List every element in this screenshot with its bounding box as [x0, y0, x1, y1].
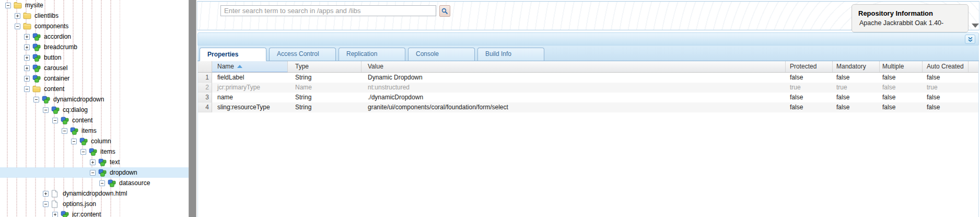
- expand-toggle-icon[interactable]: [15, 13, 20, 19]
- collapse-toggle-icon[interactable]: [15, 24, 20, 29]
- collapse-toggle-icon[interactable]: [62, 128, 67, 134]
- column-header-auto-created[interactable]: Auto Created: [923, 61, 969, 72]
- cell-type: String: [288, 93, 361, 102]
- collapse-toggle-icon[interactable]: [43, 201, 49, 207]
- tree-node-options-json[interactable]: options.json: [0, 199, 189, 209]
- tree-node-label: items: [100, 148, 115, 155]
- tab-access-control[interactable]: Access Control: [269, 48, 336, 61]
- tree-node-cq-dialog[interactable]: cq:dialog: [0, 105, 189, 115]
- tab-build-info[interactable]: Build Info: [477, 48, 544, 61]
- property-row-fieldlabel[interactable]: 1fieldLabelStringDynamic Dropdownfalsefa…: [198, 73, 978, 83]
- repository-information-panel: Repository Information Apache Jackrabbit…: [851, 4, 969, 32]
- collapse-toggle-icon[interactable]: [52, 118, 58, 123]
- tree-node-label: breadcrumb: [43, 43, 77, 51]
- tree-node-clientlibs[interactable]: clientlibs: [0, 10, 189, 21]
- cell-protected: false: [786, 102, 833, 112]
- tree-node-items[interactable]: items: [0, 125, 189, 136]
- tree-node-carousel[interactable]: carousel: [0, 63, 189, 73]
- tree-node-breadcrumb[interactable]: breadcrumb: [0, 42, 189, 52]
- cell-mandatory: false: [833, 102, 880, 112]
- column-header-type[interactable]: Type: [288, 61, 361, 72]
- column-header-multiple[interactable]: Multiple: [880, 61, 923, 72]
- caret-down-icon[interactable]: [972, 24, 979, 28]
- collapse-toggle-icon[interactable]: [99, 180, 105, 186]
- tree-node-items[interactable]: items: [0, 146, 189, 157]
- expand-toggle-icon[interactable]: [24, 76, 30, 82]
- expand-toggle-icon[interactable]: [43, 191, 49, 197]
- column-header-mandatory[interactable]: Mandatory: [833, 61, 880, 72]
- tree-node-dropdown[interactable]: dropdown: [0, 167, 189, 178]
- cell-filler: [969, 73, 978, 83]
- tree-node-label: mysite: [25, 2, 43, 9]
- grid-body: 1fieldLabelStringDynamic Dropdownfalsefa…: [198, 73, 978, 112]
- collapse-panel-button[interactable]: [965, 35, 975, 44]
- component-icon: [42, 96, 50, 104]
- row-number: 2: [198, 83, 212, 93]
- column-header-label: Name: [217, 61, 234, 72]
- component-icon: [32, 33, 41, 41]
- search-button[interactable]: [439, 5, 450, 17]
- tree-node-dynamicdropdown-html[interactable]: dynamicdropdown.html: [0, 188, 189, 199]
- tree-node-text[interactable]: text: [0, 157, 189, 167]
- tree-node-content[interactable]: content: [0, 84, 189, 94]
- cell-value: Dynamic Dropdown: [361, 73, 786, 83]
- cell-type: String: [288, 102, 361, 112]
- property-row-sling-resourcetype[interactable]: 4sling:resourceTypeStringgranite/ui/comp…: [198, 102, 978, 112]
- tree-node-accordion[interactable]: accordion: [0, 31, 189, 42]
- tree-node-column[interactable]: column: [0, 136, 189, 146]
- collapse-toggle-icon[interactable]: [43, 107, 49, 113]
- cell-auto-created: false: [923, 102, 969, 112]
- tab-console[interactable]: Console: [408, 48, 475, 61]
- tree-node-label: carousel: [43, 64, 67, 72]
- tree-node-label: button: [43, 54, 61, 61]
- property-row-name[interactable]: 3nameString./dynamicDropdownfalsefalsefa…: [198, 93, 978, 102]
- search-input[interactable]: [220, 5, 436, 16]
- tree-node-label: cq:dialog: [62, 106, 88, 113]
- cell-filler: [969, 83, 978, 93]
- folder-icon: [23, 12, 31, 20]
- tree-node-dynamicdropdown[interactable]: dynamicdropdown: [0, 94, 189, 105]
- tree-node-container[interactable]: container: [0, 73, 189, 84]
- tree-node-mysite[interactable]: mysite: [0, 0, 189, 10]
- collapse-toggle-icon[interactable]: [80, 149, 86, 155]
- row-number: 3: [198, 93, 212, 102]
- expand-toggle-icon[interactable]: [52, 212, 58, 217]
- column-header-filler: [969, 61, 978, 72]
- tree-node-content[interactable]: content: [0, 115, 189, 125]
- collapse-toggle-icon[interactable]: [5, 3, 11, 8]
- cell-protected: false: [786, 73, 833, 83]
- expand-toggle-icon[interactable]: [24, 65, 30, 71]
- column-header-value[interactable]: Value: [361, 61, 786, 72]
- expand-toggle-icon[interactable]: [24, 44, 30, 50]
- tree-node-components[interactable]: components: [0, 21, 189, 31]
- cell-multiple: false: [880, 93, 923, 102]
- component-icon: [61, 211, 69, 217]
- collapse-toggle-icon[interactable]: [90, 170, 96, 176]
- tree-node-label: accordion: [43, 33, 71, 40]
- tree-node-datasource[interactable]: datasource: [0, 178, 189, 188]
- collapse-toggle-icon[interactable]: [33, 97, 39, 102]
- tab-properties[interactable]: Properties: [200, 48, 266, 61]
- cell-value: ./dynamicDropdown: [361, 93, 786, 102]
- property-row-jcr-primarytype[interactable]: 2jcr:primaryTypeNament:unstructuredtruet…: [198, 83, 978, 93]
- tree-node-button[interactable]: button: [0, 52, 189, 63]
- component-icon: [32, 43, 41, 51]
- cell-auto-created: false: [923, 73, 969, 83]
- component-icon: [108, 179, 116, 187]
- component-icon: [51, 106, 60, 114]
- collapse-toggle-icon[interactable]: [24, 86, 30, 92]
- tab-replication[interactable]: Replication: [339, 48, 405, 61]
- collapse-toggle-icon[interactable]: [71, 139, 77, 144]
- panel-splitter[interactable]: [189, 0, 196, 217]
- column-header-protected[interactable]: Protected: [786, 61, 833, 72]
- tree-node-label: content: [72, 117, 92, 124]
- tree-node-jcr-content[interactable]: jcr:content: [0, 209, 189, 217]
- expand-toggle-icon[interactable]: [24, 34, 30, 40]
- cell-type: String: [288, 73, 361, 83]
- repository-version-text: Apache Jackrabbit Oak 1.40-: [858, 19, 962, 27]
- grid-header-row: Name Type Value Protected Mandatory Mult…: [198, 61, 978, 73]
- expand-toggle-icon[interactable]: [24, 55, 30, 61]
- column-header-name[interactable]: Name: [212, 61, 288, 72]
- cell-name: jcr:primaryType: [212, 83, 288, 93]
- expand-toggle-icon[interactable]: [90, 159, 96, 165]
